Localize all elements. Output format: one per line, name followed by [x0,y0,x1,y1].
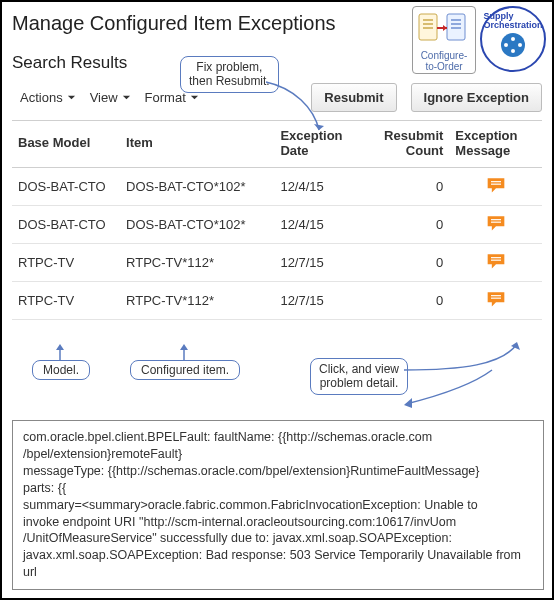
cell-resubmit-count: 0 [367,243,449,281]
view-menu[interactable]: View [90,90,131,105]
col-resubmit-count[interactable]: ResubmitCount [367,121,449,168]
cell-resubmit-count: 0 [367,205,449,243]
ignore-exception-button[interactable]: Ignore Exception [411,83,542,112]
message-icon[interactable] [486,252,506,270]
cell-base-model: RTPC-TV [12,243,120,281]
cell-base-model: DOS-BAT-CTO [12,205,120,243]
message-icon[interactable] [486,290,506,308]
cell-base-model: DOS-BAT-CTO [12,167,120,205]
callout-config-item: Configured item. [130,360,240,380]
message-icon[interactable] [486,176,506,194]
col-exception-date[interactable]: ExceptionDate [274,121,367,168]
cell-exception-date: 12/4/15 [274,205,367,243]
table-row[interactable]: DOS-BAT-CTODOS-BAT-CTO*102*12/4/150 [12,167,542,205]
cell-item: RTPC-TV*112* [120,243,274,281]
cell-exception-msg [449,281,542,319]
chevron-down-icon [190,93,199,102]
exception-detail-panel: com.oracle.bpel.client.BPELFault: faultN… [12,420,544,590]
table-row[interactable]: DOS-BAT-CTODOS-BAT-CTO*102*12/4/150 [12,205,542,243]
cell-resubmit-count: 0 [367,281,449,319]
col-item[interactable]: Item [120,121,274,168]
cell-exception-date: 12/7/15 [274,281,367,319]
chevron-down-icon [122,93,131,102]
resubmit-button[interactable]: Resubmit [311,83,396,112]
message-icon[interactable] [486,214,506,232]
cell-exception-msg [449,243,542,281]
cell-resubmit-count: 0 [367,167,449,205]
cell-item: RTPC-TV*112* [120,281,274,319]
actions-menu[interactable]: Actions [20,90,76,105]
cell-item: DOS-BAT-CTO*102* [120,205,274,243]
cell-exception-date: 12/4/15 [274,167,367,205]
table-row[interactable]: RTPC-TVRTPC-TV*112*12/7/150 [12,243,542,281]
chevron-down-icon [67,93,76,102]
cell-exception-msg [449,205,542,243]
page-title: Manage Configured Item Exceptions [12,12,542,35]
callout-fix-resubmit: Fix problem,then Resubmit. [180,56,279,93]
cell-base-model: RTPC-TV [12,281,120,319]
callout-view-detail: Click, and viewproblem detail. [310,358,408,395]
callout-model: Model. [32,360,90,380]
cell-item: DOS-BAT-CTO*102* [120,167,274,205]
cell-exception-date: 12/7/15 [274,243,367,281]
exceptions-table: Base Model Item ExceptionDate ResubmitCo… [12,120,542,320]
cell-exception-msg [449,167,542,205]
col-base-model[interactable]: Base Model [12,121,120,168]
col-exception-message[interactable]: ExceptionMessage [449,121,542,168]
table-row[interactable]: RTPC-TVRTPC-TV*112*12/7/150 [12,281,542,319]
